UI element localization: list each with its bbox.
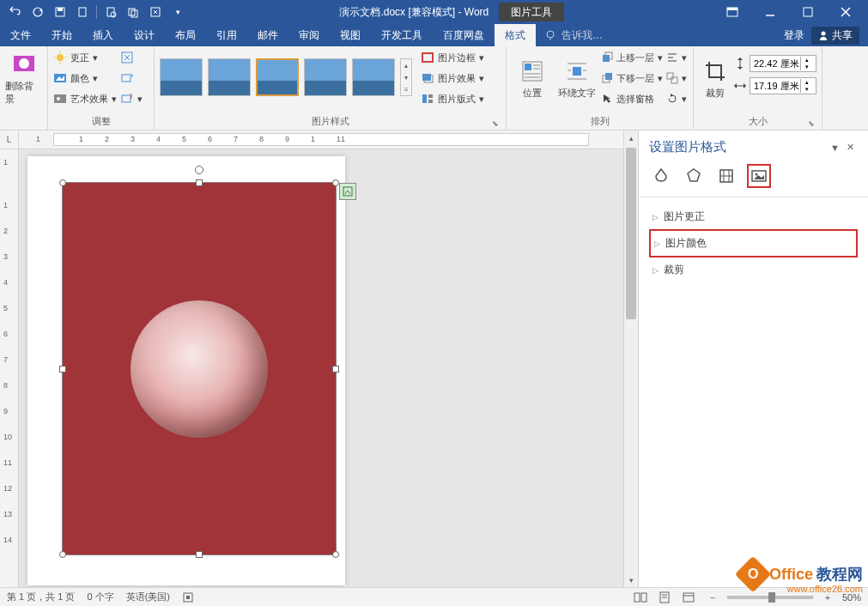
language-status[interactable]: 英语(美国)	[126, 591, 170, 603]
effects-tab[interactable]	[682, 164, 706, 188]
picture-color-section[interactable]: ▷图片颜色	[649, 229, 858, 258]
corrections-button[interactable]: 更正 ▾	[53, 48, 117, 67]
word-count[interactable]: 0 个字	[87, 591, 113, 603]
scroll-down[interactable]: ▾	[624, 573, 638, 587]
tab-home[interactable]: 开始	[41, 24, 82, 46]
handle-ne[interactable]	[332, 179, 339, 186]
minimize-button[interactable]	[753, 0, 787, 24]
style-thumb-4[interactable]	[304, 58, 347, 96]
tab-developer[interactable]: 开发工具	[371, 24, 433, 46]
svg-rect-55	[671, 77, 677, 83]
tab-mailings[interactable]: 邮件	[247, 24, 288, 46]
style-thumb-3[interactable]	[256, 58, 299, 96]
position-button[interactable]: 位置	[512, 48, 553, 108]
tab-references[interactable]: 引用	[206, 24, 247, 46]
bring-forward-button[interactable]: 上移一层 ▾	[601, 48, 663, 67]
picture-styles-gallery[interactable]: ▴▾≡	[160, 48, 412, 96]
handle-se[interactable]	[332, 551, 339, 558]
close-button[interactable]	[829, 0, 863, 24]
style-gallery-more[interactable]: ▴▾≡	[400, 58, 412, 96]
picture-effects-button[interactable]: 图片效果 ▾	[421, 69, 484, 88]
svg-rect-42	[573, 67, 581, 76]
zoom-out-button[interactable]: −	[703, 590, 722, 605]
tab-review[interactable]: 审阅	[288, 24, 330, 46]
align-button[interactable]: ▾	[666, 48, 687, 67]
tab-design[interactable]: 设计	[124, 24, 165, 46]
pane-dropdown[interactable]: ▼	[827, 142, 843, 153]
width-input[interactable]: 17.19 厘米▴▾	[750, 77, 816, 94]
handle-sw[interactable]	[59, 551, 66, 558]
artistic-icon	[53, 92, 67, 106]
vertical-scrollbar[interactable]: ▴ ▾	[623, 130, 638, 587]
svg-rect-37	[525, 64, 531, 70]
login-button[interactable]: 登录	[784, 28, 804, 43]
qat-button-2[interactable]	[123, 2, 143, 22]
handle-n[interactable]	[196, 179, 203, 186]
undo-button[interactable]	[5, 2, 26, 22]
new-button[interactable]	[72, 2, 93, 22]
artistic-effects-button[interactable]: 艺术效果 ▾	[53, 89, 117, 108]
tab-file[interactable]: 文件	[0, 24, 41, 46]
handle-nw[interactable]	[59, 179, 66, 186]
content-area: L 1 1 2 3 4 5 6 7 8 9 10 11 12 13 14 1 1…	[0, 130, 868, 587]
tab-view[interactable]: 视图	[330, 24, 371, 46]
print-layout-button[interactable]	[655, 590, 674, 605]
selection-pane-button[interactable]: 选择窗格	[601, 89, 663, 108]
style-thumb-1[interactable]	[160, 58, 203, 96]
zoom-slider[interactable]	[727, 596, 813, 599]
send-backward-button[interactable]: 下移一层 ▾	[601, 69, 663, 88]
style-thumb-5[interactable]	[352, 58, 395, 96]
handle-e[interactable]	[332, 366, 339, 373]
height-input[interactable]: 22.42 厘米▴▾	[750, 55, 816, 72]
maximize-button[interactable]	[791, 0, 825, 24]
svg-marker-58	[737, 58, 743, 60]
tell-me-search[interactable]: 告诉我…	[536, 24, 784, 46]
fill-line-tab[interactable]	[649, 164, 673, 188]
tab-layout[interactable]: 布局	[165, 24, 206, 46]
document-canvas[interactable]	[19, 149, 623, 587]
tab-format[interactable]: 格式	[495, 24, 536, 46]
styles-launcher[interactable]: ⬊	[492, 119, 499, 128]
picture-layout-button[interactable]: 图片版式 ▾	[421, 89, 484, 108]
tab-baidu[interactable]: 百度网盘	[433, 24, 495, 46]
qat-button-3[interactable]	[145, 2, 166, 22]
share-button[interactable]: 共享	[811, 27, 859, 45]
picture-corrections-section[interactable]: ▷图片更正	[649, 204, 858, 229]
picture-tab[interactable]	[747, 164, 771, 188]
scroll-up[interactable]: ▴	[624, 130, 638, 145]
wrap-text-button[interactable]: 环绕文字	[556, 48, 598, 108]
handle-s[interactable]	[196, 551, 203, 558]
svg-rect-10	[727, 8, 737, 10]
color-button[interactable]: 颜色 ▾	[53, 69, 117, 88]
page-status[interactable]: 第 1 页，共 1 页	[7, 591, 75, 603]
adjust-group-label: 调整	[53, 113, 149, 130]
rotation-handle[interactable]	[195, 166, 203, 174]
rotate-button[interactable]: ▾	[666, 89, 687, 108]
handle-w[interactable]	[59, 366, 66, 373]
layout-properties-tab[interactable]	[714, 164, 738, 188]
save-button[interactable]	[50, 2, 70, 22]
layout-options-button[interactable]	[339, 183, 356, 200]
scroll-thumb[interactable]	[626, 148, 636, 319]
read-mode-button[interactable]	[631, 590, 650, 605]
remove-background-button[interactable]: 删除背景	[5, 48, 42, 108]
redo-button[interactable]	[27, 2, 48, 22]
style-thumb-2[interactable]	[208, 58, 251, 96]
web-layout-button[interactable]	[679, 590, 698, 605]
crop-section[interactable]: ▷裁剪	[649, 258, 858, 282]
macro-icon[interactable]	[182, 591, 194, 603]
pane-close[interactable]: ✕	[843, 142, 858, 153]
compress-button[interactable]	[120, 48, 143, 67]
qat-customize-button[interactable]: ▾	[167, 2, 188, 22]
crop-button[interactable]: 裁剪	[699, 48, 731, 108]
tab-insert[interactable]: 插入	[82, 24, 124, 46]
reset-picture-button[interactable]: ▾	[120, 89, 143, 108]
svg-rect-63	[343, 187, 352, 196]
size-launcher[interactable]: ⬊	[808, 119, 815, 128]
ribbon-display-button[interactable]	[715, 0, 750, 24]
change-picture-button[interactable]	[120, 69, 143, 88]
group-button[interactable]: ▾	[666, 69, 687, 88]
selected-image[interactable]	[62, 182, 337, 555]
picture-border-button[interactable]: 图片边框 ▾	[421, 48, 484, 67]
print-preview-button[interactable]	[100, 2, 121, 22]
